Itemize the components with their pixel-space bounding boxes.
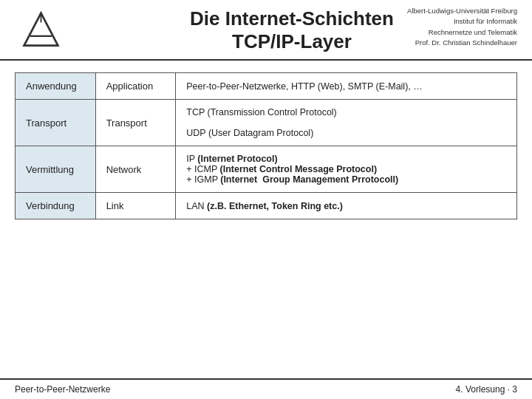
footer-right: 4. Vorlesung · 3: [456, 384, 517, 395]
layers-table: Anwendung Application Peer-to-Peer-Netzw…: [15, 72, 517, 219]
table-row: Verbindung Link LAN (z.B. Ethernet, Toke…: [16, 193, 517, 219]
page-header: Die Internet-Schichten TCP/IP-Layer Albe…: [0, 0, 532, 61]
english-label-link: Link: [95, 193, 176, 219]
institution-line1: Albert-Ludwigs-Universität Freiburg: [407, 6, 517, 16]
institution-line3: Rechnernetze und Telematik: [407, 27, 517, 38]
desc-application: Peer-to-Peer-Netzwerke, HTTP (Web), SMTP…: [176, 73, 517, 100]
german-label-transport: Transport: [16, 100, 96, 146]
german-label-network: Vermittlung: [16, 146, 96, 193]
desc-network: IP (Internet Protocol) + ICMP (Internet …: [176, 146, 517, 193]
desc-transport: TCP (Transmission Control Protocol) UDP …: [176, 100, 517, 146]
english-label-network: Network: [95, 146, 176, 193]
table-row: Anwendung Application Peer-to-Peer-Netzw…: [16, 73, 517, 100]
logo: [15, 10, 66, 51]
institution-line2: Institut für Informatik: [407, 16, 517, 27]
institution-line4: Prof. Dr. Christian Schindelhauer: [407, 38, 517, 48]
table-row: Transport Transport TCP (Transmission Co…: [16, 100, 517, 146]
german-label-link: Verbindung: [16, 193, 96, 219]
page-footer: Peer-to-Peer-Netzwerke 4. Vorlesung · 3: [0, 378, 532, 399]
institution-info: Albert-Ludwigs-Universität Freiburg Inst…: [407, 6, 517, 48]
german-label-application: Anwendung: [16, 73, 96, 100]
table-container: Anwendung Application Peer-to-Peer-Netzw…: [0, 61, 532, 227]
english-label-transport: Transport: [95, 100, 176, 146]
table-row: Vermittlung Network IP (Internet Protoco…: [16, 146, 517, 193]
desc-link: LAN (z.B. Ethernet, Token Ring etc.): [176, 193, 517, 219]
english-label-application: Application: [95, 73, 176, 100]
footer-left: Peer-to-Peer-Netzwerke: [15, 384, 110, 395]
